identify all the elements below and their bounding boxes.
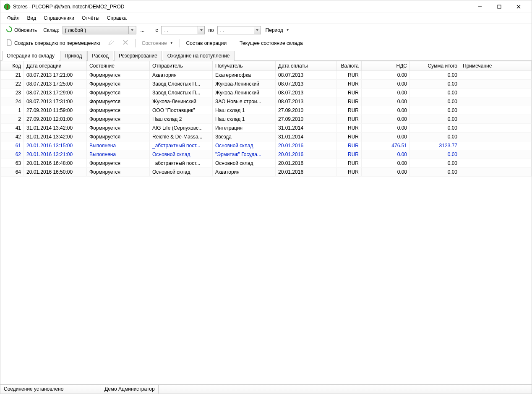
cell: RUR <box>336 80 362 89</box>
col-paydate[interactable]: Дата оплаты <box>276 61 336 71</box>
delete-icon <box>122 39 129 47</box>
date-from-value: . . <box>162 27 198 33</box>
sklad-browse-button[interactable]: ... <box>138 26 146 34</box>
delete-button[interactable] <box>119 38 132 48</box>
cell: 63 <box>1 159 24 168</box>
cell: 2 <box>1 115 24 124</box>
cell: 0.00 <box>362 124 410 133</box>
grid-area: Код Дата операции Состояние Отправитель … <box>0 61 532 384</box>
col-receiver[interactable]: Получатель <box>213 61 276 71</box>
cell: 64 <box>1 168 24 177</box>
table-row[interactable]: 2108.07.2013 17:21:00ФормируетсяАкватори… <box>1 71 532 80</box>
col-vat[interactable]: НДС <box>362 61 410 71</box>
cell: 31.01.2014 <box>276 124 336 133</box>
table-row[interactable]: 6220.01.2016 13:21:00ВыполненаОсновной с… <box>1 150 532 159</box>
cell: 22 <box>1 80 24 89</box>
table-row[interactable]: 4231.01.2014 13:42:00ФормируетсяReichle … <box>1 133 532 141</box>
cell: 20.01.2016 13:15:00 <box>24 141 87 150</box>
tab-reservation[interactable]: Резервирование <box>114 51 162 61</box>
cell: RUR <box>336 97 362 106</box>
cell: 31.01.2014 13:42:00 <box>24 124 87 133</box>
cell: Формируется <box>87 80 150 89</box>
cell: RUR <box>336 159 362 168</box>
cell: Жукова-Ленинский <box>150 97 213 106</box>
table-row[interactable]: 127.09.2010 11:59:00ФормируетсяООО "Пост… <box>1 106 532 115</box>
cell: Акватория <box>213 168 276 177</box>
tab-expense[interactable]: Расход <box>87 51 113 61</box>
cell: RUR <box>336 150 362 159</box>
cell: 42 <box>1 133 24 141</box>
table-row[interactable]: 2308.07.2013 17:29:00ФормируетсяЗавод Сл… <box>1 89 532 97</box>
close-button[interactable] <box>509 0 528 13</box>
sklad-dropdown-icon[interactable] <box>128 26 135 34</box>
composition-button[interactable]: Состав операции <box>183 39 230 47</box>
date-to-dropdown-icon[interactable] <box>254 26 261 34</box>
col-note[interactable]: Примечание <box>460 61 532 71</box>
cell: Формируется <box>87 97 150 106</box>
create-move-button[interactable]: Создать операцию по перемещению <box>3 38 103 48</box>
cell: Основной склад <box>150 168 213 177</box>
refresh-button[interactable]: Обновить <box>3 25 40 35</box>
cell: _абстрактный пост... <box>150 159 213 168</box>
cell: Екатерингофка <box>213 71 276 80</box>
date-to-input[interactable]: . . <box>217 26 261 34</box>
col-code[interactable]: Код <box>1 61 24 71</box>
cell: RUR <box>336 115 362 124</box>
date-from-input[interactable]: . . <box>161 26 205 34</box>
operations-grid[interactable]: Код Дата операции Состояние Отправитель … <box>0 61 532 177</box>
sklad-label: Склад: <box>42 27 61 33</box>
tab-operations[interactable]: Операции по складу <box>2 51 59 61</box>
col-currency[interactable]: Валюта <box>336 61 362 71</box>
sklad-value[interactable] <box>63 26 128 34</box>
cell: 27.09.2010 <box>276 106 336 115</box>
table-row[interactable]: 6120.01.2016 13:15:00Выполнена_абстрактн… <box>1 141 532 150</box>
cell: ЗАО Новые строи... <box>213 97 276 106</box>
menu-help[interactable]: Справка <box>104 14 130 22</box>
cell <box>460 168 532 177</box>
menu-references[interactable]: Справочники <box>40 14 78 22</box>
cell: 08.07.2013 <box>276 89 336 97</box>
cell: Выполнена <box>87 141 150 150</box>
col-sender[interactable]: Отправитель <box>150 61 213 71</box>
date-from-dropdown-icon[interactable] <box>198 26 204 34</box>
cell: 0.00 <box>362 89 410 97</box>
sklad-combo[interactable] <box>63 26 136 34</box>
maximize-button[interactable] <box>490 0 509 13</box>
col-total[interactable]: Сумма итого <box>410 61 460 71</box>
cell: 08.07.2013 17:21:00 <box>24 71 87 80</box>
menu-view[interactable]: Вид <box>24 14 40 22</box>
table-row[interactable]: 227.09.2010 12:01:00ФормируетсяНаш склад… <box>1 115 532 124</box>
minimize-button[interactable] <box>470 0 490 13</box>
edit-button[interactable] <box>105 38 117 48</box>
current-state-label: Текущее состояние склада <box>240 40 303 46</box>
cell: 61 <box>1 141 24 150</box>
state-button[interactable]: Состояние ▼ <box>139 39 176 47</box>
table-row[interactable]: 2408.07.2013 17:31:00ФормируетсяЖукова-Л… <box>1 97 532 106</box>
table-row[interactable]: 4131.01.2014 13:42:00ФормируетсяAIG Life… <box>1 124 532 133</box>
table-row[interactable]: 2208.07.2013 17:25:00ФормируетсяЗавод Сл… <box>1 80 532 89</box>
cell: 08.07.2013 17:25:00 <box>24 80 87 89</box>
table-row[interactable]: 6420.01.2016 16:50:00ФормируетсяОсновной… <box>1 168 532 177</box>
pencil-icon <box>108 39 115 47</box>
cell: AIG Life (Серпуховс... <box>150 124 213 133</box>
separator <box>150 26 150 34</box>
separator <box>180 39 180 47</box>
chevron-down-icon: ▼ <box>286 28 289 32</box>
cell: 0.00 <box>410 115 460 124</box>
tab-waiting[interactable]: Ожидание на поступление <box>163 51 235 61</box>
svg-rect-3 <box>498 5 501 8</box>
menu-file[interactable]: Файл <box>4 14 23 22</box>
status-user: Демо Администратор <box>101 385 159 394</box>
menu-reports[interactable]: Отчёты <box>78 14 103 22</box>
cell: Reichle & De-Massa... <box>150 133 213 141</box>
col-date[interactable]: Дата операции <box>24 61 87 71</box>
cell: Основной склад <box>150 150 213 159</box>
current-state-button[interactable]: Текущее состояние склада <box>237 39 306 47</box>
cell: 0.00 <box>362 133 410 141</box>
period-button[interactable]: Период ▼ <box>263 26 292 34</box>
tab-income[interactable]: Приход <box>60 51 86 61</box>
table-row[interactable]: 6320.01.2016 16:48:00Формируется_абстрак… <box>1 159 532 168</box>
cell: 08.07.2013 <box>276 80 336 89</box>
col-state[interactable]: Состояние <box>87 61 150 71</box>
cell: RUR <box>336 89 362 97</box>
